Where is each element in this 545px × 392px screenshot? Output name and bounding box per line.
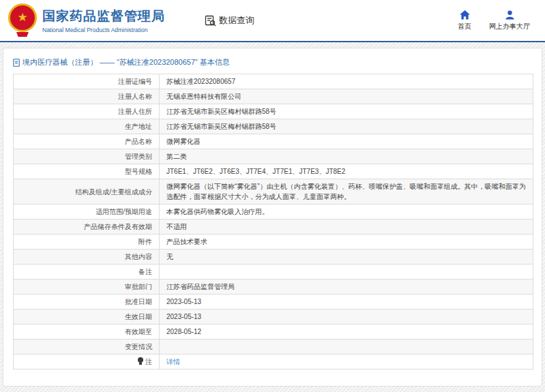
site-brand[interactable]: ★ 国家药品监督管理局 National Medical Products Ad… bbox=[8, 3, 165, 37]
table-row: 注详情 bbox=[14, 355, 533, 370]
field-value: 江苏省无锡市新吴区梅村锡群路58号 bbox=[160, 119, 533, 134]
field-value bbox=[160, 340, 533, 355]
content-card: 境内医疗器械（注册） —— “苏械注准20232080657” 基本信息 注册证… bbox=[3, 48, 542, 387]
field-value: 无 bbox=[160, 250, 533, 265]
nav-online-hall-label: 网上办事大厅 bbox=[489, 22, 530, 31]
field-label: 结构及组成/主要组成成分 bbox=[14, 179, 160, 205]
field-label-text: 注册证编号 bbox=[118, 78, 152, 85]
field-label: 注 bbox=[14, 355, 160, 370]
field-value-text: 微网雾化器 bbox=[166, 138, 201, 145]
nav-home-label: 首页 bbox=[458, 22, 471, 31]
site-header: ★ 国家药品监督管理局 National Medical Products Ad… bbox=[0, 0, 545, 42]
field-value: 微网雾化器 bbox=[160, 134, 533, 149]
home-icon bbox=[460, 10, 470, 20]
table-row: 附件产品技术要求 bbox=[14, 235, 533, 250]
table-row: 注册人住所江苏省无锡市新吴区梅村锡群路58号 bbox=[14, 104, 533, 119]
field-label-text: 批准日期 bbox=[125, 298, 152, 305]
field-value: 产品技术要求 bbox=[160, 235, 533, 250]
field-value-text: 苏械注准20232080657 bbox=[166, 78, 235, 85]
field-label-text: 变更情况 bbox=[125, 343, 152, 350]
field-value-text: 2023-05-13 bbox=[166, 298, 201, 305]
field-value-text: 江苏省无锡市新吴区梅村锡群路58号 bbox=[166, 123, 276, 130]
field-value-text: 无 bbox=[166, 253, 173, 260]
detail-link[interactable]: 详情 bbox=[166, 358, 180, 365]
table-row: 批准日期2023-05-13 bbox=[14, 295, 533, 310]
field-label: 生效日期 bbox=[14, 310, 160, 325]
table-row: 审批部门江苏省药品监督管理局 bbox=[14, 280, 533, 295]
field-value-text: 江苏省无锡市新吴区梅村锡群路58号 bbox=[166, 108, 276, 115]
field-value-text: 江苏省药品监督管理局 bbox=[166, 283, 235, 290]
field-value-text: 本雾化器供药物雾化吸入治疗用。 bbox=[166, 208, 269, 215]
field-label-text: 注 bbox=[145, 358, 152, 365]
table-row: 管理类别第二类 bbox=[14, 149, 533, 164]
field-value-text: 2023-05-13 bbox=[166, 313, 201, 320]
field-value-text: 微网雾化器（以下简称“雾化器”）由主机（内含雾化装置）、药杯、喷嘴保护盖、吸嘴和… bbox=[166, 183, 526, 200]
nav-data-query-label: 数据查询 bbox=[219, 14, 254, 27]
field-label-text: 管理类别 bbox=[125, 153, 152, 160]
field-value: 无锡卓恩特科技有限公司 bbox=[160, 89, 533, 104]
field-label: 型号规格 bbox=[14, 164, 160, 179]
document-search-icon bbox=[205, 15, 216, 27]
table-row: 产品名称微网雾化器 bbox=[14, 134, 533, 149]
field-value-text: JT6E1、JT6E2、JT6E3、JT7E4、JT7E1、JT7E3、JT8E… bbox=[166, 168, 345, 175]
field-label-text: 备注 bbox=[138, 268, 152, 275]
field-value: 微网雾化器（以下简称“雾化器”）由主机（内含雾化装置）、药杯、喷嘴保护盖、吸嘴和… bbox=[160, 179, 533, 205]
table-row: 结构及组成/主要组成成分微网雾化器（以下简称“雾化器”）由主机（内含雾化装置）、… bbox=[14, 179, 533, 205]
table-row: 型号规格JT6E1、JT6E2、JT6E3、JT7E4、JT7E1、JT7E3、… bbox=[14, 164, 533, 179]
field-value bbox=[160, 265, 533, 280]
field-value: 苏械注准20232080657 bbox=[160, 74, 533, 89]
document-icon bbox=[13, 59, 20, 67]
field-value-text: 产品技术要求 bbox=[166, 238, 207, 245]
field-label: 附件 bbox=[14, 235, 160, 250]
field-label: 变更情况 bbox=[14, 340, 160, 355]
field-value: 2028-05-12 bbox=[160, 325, 533, 340]
brand-text: 国家药品监督管理局 National Medical Products Admi… bbox=[42, 7, 165, 33]
field-value: 不适用 bbox=[160, 220, 533, 235]
field-label-text: 有效期至 bbox=[125, 328, 152, 335]
field-label: 管理类别 bbox=[14, 149, 160, 164]
table-row: 注册证编号苏械注准20232080657 bbox=[14, 74, 533, 89]
emblem-star-icon: ★ bbox=[17, 12, 27, 23]
field-label: 注册人名称 bbox=[14, 89, 160, 104]
field-label: 备注 bbox=[14, 265, 160, 280]
field-label: 其他内容 bbox=[14, 250, 160, 265]
field-label: 注册证编号 bbox=[14, 74, 160, 89]
nav-data-query[interactable]: 数据查询 bbox=[205, 14, 254, 27]
national-emblem-logo: ★ bbox=[8, 3, 37, 37]
table-row: 备注 bbox=[14, 265, 533, 280]
field-value: 详情 bbox=[160, 355, 533, 370]
table-row: 适用范围/预期用途本雾化器供药物雾化吸入治疗用。 bbox=[14, 205, 533, 220]
field-label: 审批部门 bbox=[14, 280, 160, 295]
field-value-text: 无锡卓恩特科技有限公司 bbox=[166, 93, 241, 100]
page-title-text: 境内医疗器械（注册） —— “苏械注准20232080657” 基本信息 bbox=[23, 57, 230, 67]
info-table: 注册证编号苏械注准20232080657注册人名称无锡卓恩特科技有限公司注册人住… bbox=[13, 74, 533, 370]
field-label-text: 注册人名称 bbox=[118, 93, 152, 100]
table-row: 变更情况 bbox=[14, 340, 533, 355]
emblem-ribbon bbox=[16, 32, 29, 37]
field-label-text: 生产地址 bbox=[125, 123, 152, 130]
field-value: 2023-05-13 bbox=[160, 295, 533, 310]
nav-home[interactable]: 首页 bbox=[458, 10, 471, 31]
table-row: 其他内容无 bbox=[14, 250, 533, 265]
field-value: 江苏省无锡市新吴区梅村锡群路58号 bbox=[160, 104, 533, 119]
field-label-text: 生效日期 bbox=[125, 313, 152, 320]
table-row: 生产地址江苏省无锡市新吴区梅村锡群路58号 bbox=[14, 119, 533, 134]
field-label-text: 其他内容 bbox=[125, 253, 152, 260]
field-value: 第二类 bbox=[160, 149, 533, 164]
table-row: 有效期至2028-05-12 bbox=[14, 325, 533, 340]
field-value: 2023-05-13 bbox=[160, 310, 533, 325]
field-label-text: 附件 bbox=[138, 238, 152, 245]
field-label: 生产地址 bbox=[14, 119, 160, 134]
field-value-text: 2028-05-12 bbox=[166, 328, 201, 335]
field-label-text: 注册人住所 bbox=[118, 108, 152, 115]
table-row: 生效日期2023-05-13 bbox=[14, 310, 533, 325]
field-label-text: 型号规格 bbox=[125, 168, 152, 175]
field-label-text: 结构及组成/主要组成成分 bbox=[75, 188, 152, 196]
agency-name-en: National Medical Products Administration bbox=[42, 27, 165, 33]
nav-online-hall[interactable]: 网上办事大厅 bbox=[489, 10, 530, 31]
field-label: 适用范围/预期用途 bbox=[14, 205, 160, 220]
user-icon bbox=[505, 10, 515, 20]
field-label: 有效期至 bbox=[14, 325, 160, 340]
field-label: 产品名称 bbox=[14, 134, 160, 149]
field-value: 本雾化器供药物雾化吸入治疗用。 bbox=[160, 205, 533, 220]
